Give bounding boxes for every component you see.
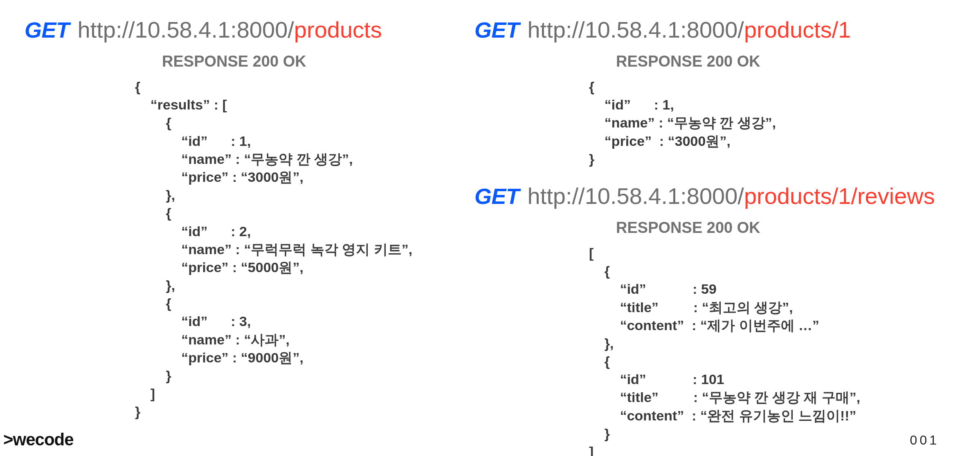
request-line-reviews: GET http://10.58.4.1:8000/products/1/rev… bbox=[474, 183, 980, 209]
http-method: GET bbox=[474, 17, 519, 42]
response-status: RESPONSE 200 OK bbox=[135, 53, 470, 70]
response-status: RESPONSE 200 OK bbox=[589, 53, 980, 70]
response-block-detail: RESPONSE 200 OK { “id” : 1, “name” : “무농… bbox=[474, 53, 980, 168]
url-path: products bbox=[294, 17, 382, 42]
logo-wecode: >wecode bbox=[3, 430, 74, 449]
url-base: http://10.58.4.1:8000/ bbox=[528, 183, 744, 209]
http-method: GET bbox=[25, 17, 70, 42]
request-url: http://10.58.4.1:8000/products/1 bbox=[528, 16, 851, 43]
url-path: products/1 bbox=[744, 17, 851, 42]
response-block-reviews: RESPONSE 200 OK [ { “id” : 59 “title” : … bbox=[474, 219, 980, 456]
url-path: products/1/reviews bbox=[744, 183, 935, 209]
response-body: { “results” : [ { “id” : 1, “name” : “무농… bbox=[135, 78, 470, 421]
http-method: GET bbox=[474, 183, 519, 209]
request-line-product-detail: GET http://10.58.4.1:8000/products/1 bbox=[474, 16, 980, 43]
page-number: 001 bbox=[910, 433, 939, 448]
request-url: http://10.58.4.1:8000/products bbox=[78, 16, 382, 43]
url-base: http://10.58.4.1:8000/ bbox=[78, 17, 294, 42]
url-base: http://10.58.4.1:8000/ bbox=[528, 17, 744, 42]
response-body: [ { “id” : 59 “title” : “최고의 생강”, “conte… bbox=[589, 244, 980, 456]
response-body: { “id” : 1, “name” : “무농약 깐 생강”, “price”… bbox=[589, 78, 980, 168]
request-url: http://10.58.4.1:8000/products/1/reviews bbox=[528, 183, 935, 209]
request-line-products: GET http://10.58.4.1:8000/products bbox=[25, 16, 470, 43]
response-status: RESPONSE 200 OK bbox=[589, 219, 980, 237]
response-block-products: RESPONSE 200 OK { “results” : [ { “id” :… bbox=[25, 53, 470, 421]
